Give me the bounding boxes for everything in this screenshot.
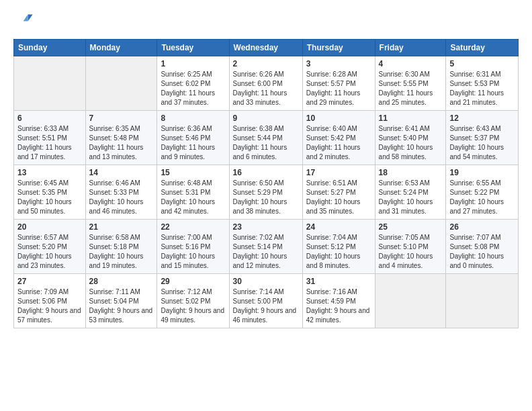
day-cell: 1Sunrise: 6:25 AMSunset: 6:02 PMDaylight… bbox=[157, 56, 229, 111]
day-cell: 31Sunrise: 7:16 AMSunset: 4:59 PMDayligh… bbox=[302, 274, 375, 328]
day-cell: 5Sunrise: 6:31 AMSunset: 5:53 PMDaylight… bbox=[446, 56, 519, 111]
day-number: 11 bbox=[379, 113, 443, 123]
day-number: 10 bbox=[306, 113, 371, 123]
day-info: Sunrise: 7:09 AMSunset: 5:06 PMDaylight:… bbox=[17, 287, 82, 325]
day-info: Sunrise: 6:53 AMSunset: 5:24 PMDaylight:… bbox=[379, 179, 443, 216]
day-cell bbox=[14, 56, 86, 111]
day-cell: 3Sunrise: 6:28 AMSunset: 5:57 PMDaylight… bbox=[302, 56, 375, 111]
day-number: 7 bbox=[89, 113, 154, 123]
day-number: 13 bbox=[17, 168, 82, 177]
day-info: Sunrise: 6:33 AMSunset: 5:51 PMDaylight:… bbox=[17, 124, 82, 162]
day-number: 3 bbox=[306, 59, 371, 68]
day-number: 14 bbox=[89, 168, 154, 177]
day-cell: 15Sunrise: 6:48 AMSunset: 5:31 PMDayligh… bbox=[157, 165, 229, 220]
day-info: Sunrise: 6:40 AMSunset: 5:42 PMDaylight:… bbox=[306, 124, 371, 162]
day-cell: 29Sunrise: 7:12 AMSunset: 5:02 PMDayligh… bbox=[157, 274, 229, 328]
weekday-header-sunday: Sunday bbox=[14, 40, 86, 56]
day-cell: 28Sunrise: 7:11 AMSunset: 5:04 PMDayligh… bbox=[85, 274, 157, 328]
day-number: 21 bbox=[89, 222, 154, 232]
day-number: 17 bbox=[306, 168, 371, 177]
weekday-header-tuesday: Tuesday bbox=[157, 40, 229, 56]
day-cell: 16Sunrise: 6:50 AMSunset: 5:29 PMDayligh… bbox=[229, 165, 302, 220]
day-cell: 27Sunrise: 7:09 AMSunset: 5:06 PMDayligh… bbox=[14, 274, 86, 328]
week-row-4: 20Sunrise: 6:57 AMSunset: 5:20 PMDayligh… bbox=[14, 220, 519, 274]
day-info: Sunrise: 7:02 AMSunset: 5:14 PMDaylight:… bbox=[233, 233, 299, 271]
day-cell: 14Sunrise: 6:46 AMSunset: 5:33 PMDayligh… bbox=[85, 165, 157, 220]
calendar-table: SundayMondayTuesdayWednesdayThursdayFrid… bbox=[13, 39, 519, 328]
weekday-header-friday: Friday bbox=[375, 40, 446, 56]
day-info: Sunrise: 7:11 AMSunset: 5:04 PMDaylight:… bbox=[89, 287, 154, 325]
day-cell: 8Sunrise: 6:36 AMSunset: 5:46 PMDaylight… bbox=[157, 111, 229, 165]
weekday-header-thursday: Thursday bbox=[302, 40, 375, 56]
day-cell: 22Sunrise: 7:00 AMSunset: 5:16 PMDayligh… bbox=[157, 220, 229, 274]
day-cell bbox=[446, 274, 519, 328]
day-number: 20 bbox=[17, 222, 82, 232]
logo bbox=[13, 11, 34, 32]
day-cell: 12Sunrise: 6:43 AMSunset: 5:37 PMDayligh… bbox=[446, 111, 519, 165]
day-number: 31 bbox=[306, 277, 371, 286]
day-info: Sunrise: 7:04 AMSunset: 5:12 PMDaylight:… bbox=[306, 233, 371, 271]
day-info: Sunrise: 6:50 AMSunset: 5:29 PMDaylight:… bbox=[233, 179, 299, 216]
day-info: Sunrise: 6:35 AMSunset: 5:48 PMDaylight:… bbox=[89, 124, 154, 162]
day-number: 16 bbox=[233, 168, 299, 177]
day-info: Sunrise: 6:58 AMSunset: 5:18 PMDaylight:… bbox=[89, 233, 154, 271]
day-cell: 20Sunrise: 6:57 AMSunset: 5:20 PMDayligh… bbox=[14, 220, 86, 274]
weekday-header-monday: Monday bbox=[85, 40, 157, 56]
day-info: Sunrise: 6:31 AMSunset: 5:53 PMDaylight:… bbox=[449, 70, 515, 107]
day-cell bbox=[85, 56, 157, 111]
day-cell: 30Sunrise: 7:14 AMSunset: 5:00 PMDayligh… bbox=[229, 274, 302, 328]
header bbox=[13, 11, 519, 32]
day-info: Sunrise: 6:25 AMSunset: 6:02 PMDaylight:… bbox=[161, 70, 225, 107]
day-number: 6 bbox=[17, 113, 82, 123]
logo-icon bbox=[15, 11, 34, 30]
day-number: 19 bbox=[449, 168, 515, 177]
day-info: Sunrise: 6:57 AMSunset: 5:20 PMDaylight:… bbox=[17, 233, 82, 271]
day-number: 1 bbox=[161, 59, 225, 68]
day-cell: 2Sunrise: 6:26 AMSunset: 6:00 PMDaylight… bbox=[229, 56, 302, 111]
day-info: Sunrise: 6:48 AMSunset: 5:31 PMDaylight:… bbox=[161, 179, 225, 216]
day-info: Sunrise: 6:28 AMSunset: 5:57 PMDaylight:… bbox=[306, 70, 371, 107]
svg-marker-1 bbox=[24, 15, 28, 21]
day-number: 9 bbox=[233, 113, 299, 123]
day-cell: 26Sunrise: 7:07 AMSunset: 5:08 PMDayligh… bbox=[446, 220, 519, 274]
day-number: 28 bbox=[89, 277, 154, 286]
day-number: 24 bbox=[306, 222, 371, 232]
day-info: Sunrise: 6:45 AMSunset: 5:35 PMDaylight:… bbox=[17, 179, 82, 216]
page: SundayMondayTuesdayWednesdayThursdayFrid… bbox=[0, 0, 532, 411]
day-info: Sunrise: 7:05 AMSunset: 5:10 PMDaylight:… bbox=[379, 233, 443, 271]
day-cell: 21Sunrise: 6:58 AMSunset: 5:18 PMDayligh… bbox=[85, 220, 157, 274]
day-info: Sunrise: 6:30 AMSunset: 5:55 PMDaylight:… bbox=[379, 70, 443, 107]
day-number: 27 bbox=[17, 277, 82, 286]
day-cell: 24Sunrise: 7:04 AMSunset: 5:12 PMDayligh… bbox=[302, 220, 375, 274]
day-info: Sunrise: 6:38 AMSunset: 5:44 PMDaylight:… bbox=[233, 124, 299, 162]
day-info: Sunrise: 6:46 AMSunset: 5:33 PMDaylight:… bbox=[89, 179, 154, 216]
day-number: 15 bbox=[161, 168, 225, 177]
day-cell: 9Sunrise: 6:38 AMSunset: 5:44 PMDaylight… bbox=[229, 111, 302, 165]
day-number: 26 bbox=[449, 222, 515, 232]
day-cell: 25Sunrise: 7:05 AMSunset: 5:10 PMDayligh… bbox=[375, 220, 446, 274]
day-number: 8 bbox=[161, 113, 225, 123]
day-number: 18 bbox=[379, 168, 443, 177]
day-number: 29 bbox=[161, 277, 225, 286]
day-number: 4 bbox=[379, 59, 443, 68]
day-cell: 19Sunrise: 6:55 AMSunset: 5:22 PMDayligh… bbox=[446, 165, 519, 220]
day-number: 22 bbox=[161, 222, 225, 232]
week-row-3: 13Sunrise: 6:45 AMSunset: 5:35 PMDayligh… bbox=[14, 165, 519, 220]
day-cell: 18Sunrise: 6:53 AMSunset: 5:24 PMDayligh… bbox=[375, 165, 446, 220]
day-cell: 11Sunrise: 6:41 AMSunset: 5:40 PMDayligh… bbox=[375, 111, 446, 165]
day-cell: 23Sunrise: 7:02 AMSunset: 5:14 PMDayligh… bbox=[229, 220, 302, 274]
day-number: 25 bbox=[379, 222, 443, 232]
day-info: Sunrise: 7:07 AMSunset: 5:08 PMDaylight:… bbox=[449, 233, 515, 271]
day-info: Sunrise: 6:55 AMSunset: 5:22 PMDaylight:… bbox=[449, 179, 515, 216]
day-info: Sunrise: 7:00 AMSunset: 5:16 PMDaylight:… bbox=[161, 233, 225, 271]
day-info: Sunrise: 6:36 AMSunset: 5:46 PMDaylight:… bbox=[161, 124, 225, 162]
day-cell: 10Sunrise: 6:40 AMSunset: 5:42 PMDayligh… bbox=[302, 111, 375, 165]
day-cell: 7Sunrise: 6:35 AMSunset: 5:48 PMDaylight… bbox=[85, 111, 157, 165]
week-row-5: 27Sunrise: 7:09 AMSunset: 5:06 PMDayligh… bbox=[14, 274, 519, 328]
weekday-header-row: SundayMondayTuesdayWednesdayThursdayFrid… bbox=[14, 40, 519, 56]
day-info: Sunrise: 6:51 AMSunset: 5:27 PMDaylight:… bbox=[306, 179, 371, 216]
day-cell bbox=[375, 274, 446, 328]
week-row-2: 6Sunrise: 6:33 AMSunset: 5:51 PMDaylight… bbox=[14, 111, 519, 165]
day-info: Sunrise: 7:12 AMSunset: 5:02 PMDaylight:… bbox=[161, 287, 225, 325]
day-info: Sunrise: 6:26 AMSunset: 6:00 PMDaylight:… bbox=[233, 70, 299, 107]
